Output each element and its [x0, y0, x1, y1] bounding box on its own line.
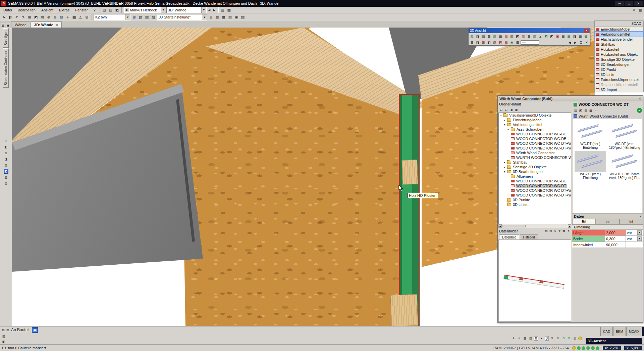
user-combo[interactable]: ◉ Markus Herböck▼: [123, 7, 166, 13]
tree-item[interactable]: WOOD CONNECTOR WC-BC: [499, 179, 571, 183]
north-arrow-icon[interactable]: ▲: [538, 34, 543, 39]
tree-item[interactable]: WOOD CONNECTOR WC-DT+WC-DT-D: [499, 146, 571, 150]
tree-item[interactable]: ▾Visualisierung/3D Objekte: [499, 113, 571, 118]
expander-closed-icon[interactable]: ▸: [503, 161, 506, 164]
monitor-view-icon[interactable]: ▥: [214, 14, 220, 20]
menu-?[interactable]: ?: [91, 7, 98, 13]
layers-tool-icon[interactable]: ▨: [150, 14, 156, 20]
expander-open-icon[interactable]: ▾: [499, 114, 502, 117]
variant-thumbnail[interactable]: WC-DT (vert. 180°gedr.) Einteilung: [608, 121, 641, 149]
tree-horizontal-scrollbar[interactable]: ◀ ▶: [498, 224, 571, 228]
tree-view-icon[interactable]: ⊟: [499, 107, 503, 112]
building-structure-icon[interactable]: ▥: [220, 7, 226, 13]
axis-tool-icon[interactable]: ▧: [4, 175, 8, 180]
filter-tool-icon[interactable]: ⊟: [515, 40, 520, 45]
fit-tool-icon[interactable]: ▩: [562, 229, 566, 233]
tree-item[interactable]: ▸Stahlbau: [499, 160, 571, 165]
list-view-icon[interactable]: ⊟: [583, 108, 588, 113]
next-icon[interactable]: ▶: [573, 40, 578, 45]
page-view-icon[interactable]: ▤: [528, 336, 533, 341]
catalog-title-bar[interactable]: Würth Wood Connector (Buhl) ✕: [498, 96, 643, 101]
undo-icon[interactable]: ↶: [14, 14, 20, 20]
select-arrow-icon[interactable]: ➤: [1, 14, 7, 20]
print-icon[interactable]: ⊞: [26, 14, 33, 20]
chevron-down-icon[interactable]: ▾: [640, 215, 641, 218]
selection-box-icon[interactable]: ◧: [7, 14, 13, 20]
clipboard-tool-icon[interactable]: ▨: [549, 229, 553, 233]
windows-visible-icon[interactable]: ▤: [481, 34, 486, 39]
move-tool-icon[interactable]: ✛: [557, 229, 561, 233]
select-icon[interactable]: ▧: [469, 34, 475, 39]
tree-item[interactable]: WOOD CONNECTOR WC-BC: [499, 132, 571, 136]
expander-open-icon[interactable]: ▾: [503, 170, 506, 173]
settings-gear-icon[interactable]: ⊟: [208, 14, 214, 20]
target-view-icon[interactable]: ◎: [573, 336, 577, 341]
chevron-down-icon[interactable]: ▼: [125, 14, 130, 20]
down-arrow-icon[interactable]: ▼: [550, 336, 554, 341]
3cad-item-3d-punkt[interactable]: 3D Punkt: [595, 67, 643, 72]
unit-dropdown-icon[interactable]: ▼: [637, 230, 642, 235]
snap-toggle-icon[interactable]: ▧: [1, 328, 5, 332]
3cad-item-flachstahlverbinder[interactable]: Flachstahlverbinder: [595, 37, 643, 42]
camera-tool-icon[interactable]: ▥: [227, 14, 233, 20]
axes-toggle-icon[interactable]: ▥: [532, 34, 537, 39]
prev-view-icon[interactable]: ◀: [207, 8, 212, 12]
single-pane-icon[interactable]: ▣: [6, 23, 10, 28]
rotate-cw-icon[interactable]: ⟳: [567, 336, 572, 341]
up-arrow-icon[interactable]: ▲: [539, 336, 544, 341]
redo-icon[interactable]: ↷: [20, 14, 26, 20]
ansicht-filter-field[interactable]: ----: [521, 40, 539, 45]
list-view-icon[interactable]: ⊟: [504, 107, 508, 112]
cut-tool-icon[interactable]: ◧: [486, 40, 492, 45]
field-value[interactable]: 90,000: [605, 242, 626, 248]
rail-tab-stammdaten-container[interactable]: Stammdaten Container: [3, 48, 9, 88]
shadow-toggle-icon[interactable]: ▦: [560, 34, 566, 39]
print-view-icon[interactable]: ▦: [523, 336, 527, 341]
tree-item[interactable]: ▾Verbindungsmittel: [499, 122, 571, 127]
beams-visible-icon[interactable]: ▨: [492, 34, 497, 39]
angle-tool-icon[interactable]: ∠: [77, 14, 84, 20]
measure-icon[interactable]: ▩: [71, 14, 77, 20]
save-icon[interactable]: ◩: [114, 7, 120, 13]
dock-icon[interactable]: ⊡: [578, 40, 584, 45]
mode-tab-cad[interactable]: CAD: [600, 327, 613, 336]
close-icon[interactable]: ✕: [584, 40, 589, 45]
walls-tool-icon[interactable]: ⊞: [131, 14, 137, 20]
dimension-horizontal-icon[interactable]: ◧: [4, 145, 8, 149]
variant-thumbnail[interactable]: WC-DT + DB 15mm (vert. 180°gedr.) Ei...: [608, 151, 641, 180]
view-combo[interactable]: 3D: Wände▼: [166, 7, 207, 13]
tree-item[interactable]: 3D Linien: [499, 202, 571, 207]
connector-filter-icon[interactable]: ⊞: [469, 40, 475, 45]
3cad-item-verbindungsmittel[interactable]: Verbindungsmittel: [595, 32, 643, 37]
paint-tool-icon[interactable]: ▩: [503, 40, 509, 45]
dimension-tool-icon[interactable]: ▧: [138, 14, 144, 20]
new-document-icon[interactable]: ▤: [101, 7, 107, 13]
3cad-item-3d-import[interactable]: 3D-Import: [595, 87, 643, 92]
tree-item[interactable]: WOOD CONNECTOR WC-DB: [499, 136, 571, 141]
daten-tab-btl[interactable]: Btl: [572, 219, 596, 225]
osnap-toggle-icon[interactable]: ◧: [1, 339, 6, 344]
close-red-icon[interactable]: ✕: [631, 7, 637, 13]
photo-view-icon[interactable]: ◨: [572, 34, 577, 39]
move-view-icon[interactable]: ✛: [511, 336, 516, 341]
maximize-button[interactable]: □: [625, 1, 633, 6]
sort-view-icon[interactable]: ≡: [593, 108, 598, 113]
open-project-icon[interactable]: ▤: [108, 7, 114, 13]
menu-datei[interactable]: Datei: [1, 7, 15, 13]
3cad-item-3d-linie[interactable]: 3D Linie: [595, 72, 643, 77]
walls-visible-icon[interactable]: ◨: [475, 34, 480, 39]
red-layer-icon[interactable]: ▤: [503, 34, 509, 39]
font-tool-icon[interactable]: ▨: [544, 229, 548, 233]
chevron-down-icon[interactable]: ▼: [201, 7, 206, 13]
rotate-ccw-icon[interactable]: ⟲: [561, 336, 566, 341]
3cad-item-rotationsk-rper-erstell-[interactable]: Rotationskörper erstell.: [595, 82, 643, 87]
field-value[interactable]: 0,300: [605, 236, 626, 242]
tree-item[interactable]: WOOD CONNECTOR WC-DT+WC-DT-D: [499, 141, 571, 146]
chevron-down-icon[interactable]: ▼: [161, 7, 166, 13]
expander-closed-icon[interactable]: ▸: [507, 128, 510, 131]
tree-item[interactable]: WOOD CONNECTOR WC-DT+WC-DT-D: [499, 188, 571, 193]
eye-toggle-icon[interactable]: ◉: [509, 40, 515, 45]
daten-tab-xx[interactable]: >>: [596, 219, 619, 225]
zoom-tool-icon[interactable]: ⊙: [553, 229, 557, 233]
active-view-field[interactable]: [586, 338, 642, 344]
